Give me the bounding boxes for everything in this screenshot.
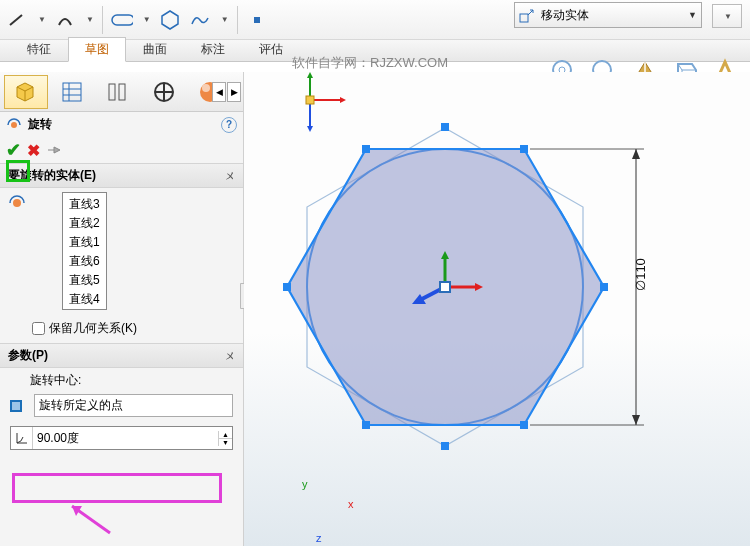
panel-tab-bar: ◀ ▶ [0,72,243,112]
svg-rect-16 [119,84,125,100]
panel-nav-prev-icon[interactable]: ◀ [212,82,226,102]
watermark-text: 软件自学网：RJZXW.COM [292,54,448,72]
move-body-combo[interactable]: 移动实体 ▼ [514,2,702,28]
svg-rect-27 [283,283,291,291]
svg-rect-38 [440,282,450,292]
graphics-canvas[interactable]: ∅110 x y z [244,72,750,546]
svg-rect-29 [362,421,370,429]
rotate-feature-icon [6,117,24,133]
angle-icon [11,427,33,449]
polygon-tool-icon[interactable] [159,9,181,31]
svg-rect-25 [362,145,370,153]
svg-rect-50 [306,96,314,104]
panel-nav-next-icon[interactable]: ▶ [227,82,241,102]
move-body-icon [519,7,535,23]
center-label: 旋转中心: [0,368,243,391]
action-row: ✔ ✖ [0,137,243,163]
dropdown-icon[interactable]: ▼ [143,15,151,24]
panel-tab-property[interactable] [50,75,94,109]
list-item[interactable]: 直线6 [65,252,104,271]
pushpin-icon[interactable] [46,143,62,157]
center-point-icon[interactable] [10,400,22,412]
help-icon[interactable]: ? [221,117,237,133]
collapse-icon[interactable]: ㄨ [225,169,235,183]
spline-tool-icon[interactable] [189,9,211,31]
svg-point-22 [11,122,17,128]
dropdown-icon[interactable]: ▼ [38,15,46,24]
center-value-field[interactable]: 旋转所定义的点 [34,394,233,417]
property-panel: ◀ ▶ 旋转 ? ✔ ✖ 要旋转的实体(E) ㄨ 直线3 直线2 直线1 直线6… [0,72,244,546]
world-axis-gizmo [298,72,358,132]
axis-y-label: y [302,478,308,490]
center-value-row: 旋转所定义的点 [0,391,243,420]
move-body-label: 移动实体 [541,7,589,24]
svg-marker-45 [340,97,346,103]
angle-spin-down-icon[interactable]: ▼ [218,438,232,446]
params-title: 参数(P) [8,347,48,364]
list-item[interactable]: 直线5 [65,271,104,290]
svg-rect-24 [441,123,449,131]
svg-rect-11 [63,83,81,101]
svg-rect-4 [520,14,528,22]
keep-relations-label: 保留几何关系(K) [49,320,137,337]
keep-relations-row[interactable]: 保留几何关系(K) [0,314,243,343]
svg-rect-3 [254,17,260,23]
axis-z-label: z [316,532,322,544]
list-item[interactable]: 直线4 [65,290,104,309]
svg-rect-30 [520,421,528,429]
svg-point-23 [13,199,21,207]
entities-list[interactable]: 直线3 直线2 直线1 直线6 直线5 直线4 圆弧1 [62,192,107,310]
dropdown-icon[interactable]: ▼ [221,15,229,24]
angle-spin-up-icon[interactable]: ▲ [218,431,232,438]
svg-marker-2 [162,11,178,29]
svg-rect-31 [441,442,449,450]
angle-row: ▲ ▼ [10,426,233,450]
svg-rect-26 [520,145,528,153]
cancel-icon[interactable]: ✖ [27,141,40,160]
panel-tab-feature-tree[interactable] [4,75,48,109]
feature-title: 旋转 [28,116,52,133]
keep-relations-checkbox[interactable] [32,322,45,335]
list-item[interactable]: 圆弧1 [65,309,104,310]
list-item[interactable]: 直线1 [65,233,104,252]
angle-input[interactable] [33,429,218,447]
svg-marker-49 [307,72,313,78]
svg-rect-28 [600,283,608,291]
svg-marker-43 [632,415,640,425]
list-item[interactable]: 直线2 [65,214,104,233]
svg-point-21 [202,84,210,92]
panel-tab-dim[interactable] [142,75,186,109]
entities-title: 要旋转的实体(E) [8,167,96,184]
point-tool-icon[interactable] [246,9,268,31]
entities-section-header[interactable]: 要旋转的实体(E) ㄨ [0,163,243,188]
svg-rect-1 [112,15,133,25]
tab-annotate[interactable]: 标注 [184,37,242,62]
collapse-icon[interactable]: ㄨ [225,349,235,363]
axis-x-label: x [348,498,354,510]
svg-marker-42 [632,149,640,159]
slot-tool-icon[interactable] [111,9,133,31]
dimension-label[interactable]: ∅110 [633,258,648,291]
params-section-header[interactable]: 参数(P) ㄨ [0,343,243,368]
entity-select-icon[interactable] [8,194,30,212]
svg-rect-15 [109,84,115,100]
arc-tool-icon[interactable] [54,9,76,31]
list-item[interactable]: 直线3 [65,195,104,214]
line-tool-icon[interactable] [6,9,28,31]
toolbar-side-button[interactable]: ▼ [712,4,742,28]
svg-marker-47 [307,126,313,132]
tab-features[interactable]: 特征 [10,37,68,62]
tab-sketch[interactable]: 草图 [68,37,126,62]
dropdown-icon[interactable]: ▼ [688,10,697,20]
panel-tab-config[interactable] [96,75,140,109]
tab-surface[interactable]: 曲面 [126,37,184,62]
ok-icon[interactable]: ✔ [6,139,21,161]
dropdown-icon[interactable]: ▼ [86,15,94,24]
svg-line-0 [10,15,22,25]
feature-header: 旋转 ? [0,112,243,137]
